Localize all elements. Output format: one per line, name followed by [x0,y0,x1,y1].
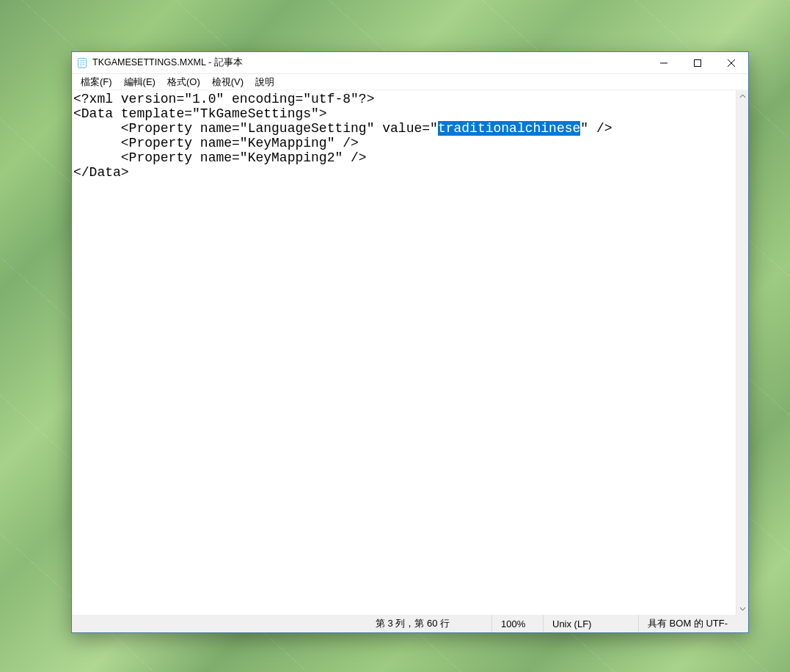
code-line: </Data> [73,165,129,180]
menu-edit[interactable]: 編輯(E) [118,75,161,90]
minimize-button[interactable] [647,52,681,73]
menu-help[interactable]: 說明 [249,75,280,90]
text-selection[interactable]: traditionalchinese [438,121,580,136]
scroll-track[interactable] [736,103,748,602]
code-line: <Property name="LanguageSetting" value=" [73,121,438,136]
menu-view[interactable]: 檢視(V) [206,75,249,90]
menu-format[interactable]: 格式(O) [161,75,206,90]
code-line: <?xml version="1.0" encoding="utf-8"?> [73,92,374,106]
window-title: TKGAMESETTINGS.MXML - 記事本 [92,56,243,69]
editor-area: <?xml version="1.0" encoding="utf-8"?> <… [72,90,748,615]
code-line: <Property name="KeyMapping2" /> [73,150,367,165]
scroll-up-icon[interactable] [736,90,748,103]
vertical-scrollbar[interactable] [736,90,748,615]
notepad-icon [76,57,88,69]
scroll-down-icon[interactable] [736,602,748,615]
title-bar[interactable]: TKGAMESETTINGS.MXML - 記事本 [72,52,748,74]
text-editor[interactable]: <?xml version="1.0" encoding="utf-8"?> <… [72,90,736,615]
notepad-window: TKGAMESETTINGS.MXML - 記事本 檔案(F) 編輯(E) 格式… [71,51,749,633]
status-cursor-position: 第 3 列，第 60 行 [367,615,491,632]
svg-rect-6 [695,59,701,66]
code-line: " /> [580,121,612,136]
status-line-ending: Unix (LF) [543,615,638,632]
menu-file[interactable]: 檔案(F) [75,75,118,90]
window-controls [647,52,748,73]
menu-bar: 檔案(F) 編輯(E) 格式(O) 檢視(V) 說明 [72,74,748,90]
status-bar: 第 3 列，第 60 行 100% Unix (LF) 具有 BOM 的 UTF… [72,615,748,632]
maximize-button[interactable] [681,52,714,73]
close-button[interactable] [714,52,748,73]
svg-rect-0 [78,58,87,67]
code-line: <Property name="KeyMapping" /> [73,136,359,150]
desktop-background: TKGAMESETTINGS.MXML - 記事本 檔案(F) 編輯(E) 格式… [0,0,790,672]
status-zoom: 100% [491,615,543,632]
status-encoding: 具有 BOM 的 UTF- [638,615,748,632]
code-line: <Data template="TkGameSettings"> [73,106,327,121]
